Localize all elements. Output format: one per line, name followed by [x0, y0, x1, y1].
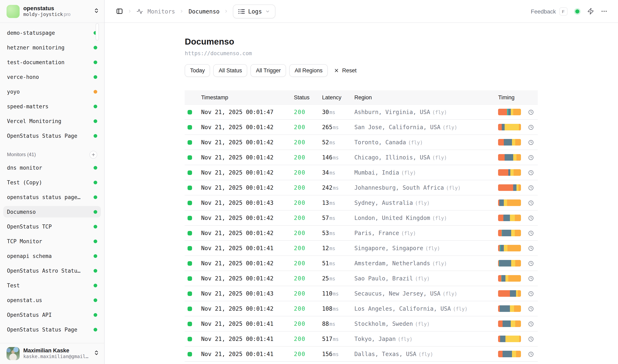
filter-regions-button[interactable]: All Regions — [289, 64, 328, 77]
sidebar-monitor-openstatus-astro-statu-[interactable]: OpenStatus Astro Statu… — [3, 265, 101, 276]
status-dot — [94, 210, 97, 214]
table-row[interactable]: Nov 21, 2025 00:01:4220052msToronto, Can… — [185, 135, 538, 150]
sidebar-page-speed-matters[interactable]: speed-matters — [3, 101, 101, 112]
reset-filters-button[interactable]: Reset — [334, 67, 357, 74]
sidebar-monitor-test[interactable]: Test — [3, 280, 101, 291]
region-name: Dallas, Texas, USA — [354, 351, 416, 357]
sidebar-page-yoyo[interactable]: yoyo — [3, 86, 101, 97]
logs-view-selector[interactable]: Logs — [233, 4, 275, 18]
sidebar-page-verce-hono[interactable]: verce-hono — [3, 71, 101, 83]
clock-icon[interactable] — [528, 140, 534, 145]
workspace-switcher[interactable]: openstatus moldy-joystickpro — [0, 0, 104, 23]
clock-icon[interactable] — [528, 291, 534, 296]
sidebar-monitor-documenso[interactable]: Documenso — [3, 206, 101, 218]
sidebar-monitor-openstatus-tcp[interactable]: OpenStatus TCP — [3, 221, 101, 232]
table-row[interactable]: Nov 21, 2025 00:01:4220057msLondon, Unit… — [185, 210, 538, 226]
sidebar-page-openstatus-status-page[interactable]: OpenStatus Status Page — [3, 130, 101, 142]
sidebar-page-hetzner-monitoring[interactable]: hetzner monitoring — [3, 42, 101, 53]
clock-icon[interactable] — [528, 246, 534, 251]
clock-icon[interactable] — [528, 230, 534, 236]
table-row[interactable]: Nov 21, 2025 00:01:42200146msChicago, Il… — [185, 150, 538, 165]
cell-status: 200 — [294, 245, 322, 251]
timing-bar — [498, 109, 521, 115]
table-row[interactable]: Nov 21, 2025 00:01:4220034msMumbai, Indi… — [185, 165, 538, 180]
latency-value: 51 — [322, 260, 329, 267]
clock-icon[interactable] — [528, 215, 534, 221]
clock-icon[interactable] — [528, 155, 534, 160]
sidebar-monitor-openstat-us[interactable]: openstat.us — [3, 294, 101, 306]
region-name: Secaucus, New Jersey, USA — [354, 290, 440, 297]
table-row[interactable]: Nov 21, 2025 00:01:42200265msSan Jose, C… — [185, 120, 538, 135]
sidebar-page-demo-statuspage[interactable]: demo-statuspage — [3, 27, 101, 39]
table-row[interactable]: Nov 21, 2025 00:01:4220051msAmsterdam, N… — [185, 256, 538, 271]
cell-region: Paris, France(fly) — [354, 230, 498, 236]
table-row[interactable]: Nov 21, 2025 00:01:4120012msSingapore, S… — [185, 241, 538, 256]
sidebar-monitor-tcp-monitor[interactable]: TCP Monitor — [3, 235, 101, 247]
clock-icon[interactable] — [528, 185, 534, 190]
sidebar-scrollbar-thumb[interactable] — [96, 23, 99, 40]
clock-icon[interactable] — [528, 336, 534, 341]
feedback-button[interactable]: Feedback F — [531, 7, 567, 15]
sidebar-monitor-openstatus-status-page-[interactable]: openstatus status page… — [3, 191, 101, 203]
clock-icon[interactable] — [528, 109, 534, 115]
more-options-icon[interactable] — [600, 8, 607, 15]
system-status-indicator[interactable] — [574, 8, 580, 14]
status-dot — [94, 254, 97, 258]
cell-region: London, United Kingdom(fly) — [354, 215, 498, 221]
table-row[interactable]: Nov 21, 2025 00:01:41200517msTokyo, Japa… — [185, 332, 538, 347]
content: Documenso https://documenso.com Today Al… — [105, 23, 618, 364]
cell-timestamp: Nov 21, 2025 00:01:42 — [201, 275, 294, 282]
sidebar-monitor-openstatus-status-page[interactable]: OpenStatus Status Page — [3, 324, 101, 335]
latency-unit: ms — [329, 231, 335, 236]
cell-latency: 156ms — [322, 351, 354, 357]
timing-bar — [498, 139, 521, 145]
cell-region: Singapore, Singapore(fly) — [354, 245, 498, 251]
table-row[interactable]: Nov 21, 2025 00:01:4720030msAshburn, Vir… — [185, 105, 538, 120]
timing-bar — [498, 275, 521, 282]
table-row[interactable]: Nov 21, 2025 00:01:4120088msStockholm, S… — [185, 316, 538, 332]
clock-icon[interactable] — [528, 321, 534, 326]
filter-status-button[interactable]: All Status — [214, 64, 247, 77]
cell-status: 200 — [294, 305, 322, 312]
reset-label: Reset — [342, 67, 357, 74]
latency-value: 110 — [322, 290, 333, 297]
filter-trigger-button[interactable]: All Trigger — [251, 64, 286, 77]
sidebar-monitor-dns-monitor[interactable]: dns monitor — [3, 162, 101, 173]
clock-icon[interactable] — [528, 200, 534, 205]
sidebar-page-test-documentation[interactable]: test-documentation — [3, 56, 101, 68]
status-square — [188, 352, 192, 356]
sidebar-monitor-test-copy-[interactable]: Test (Copy) — [3, 177, 101, 188]
breadcrumb-documenso[interactable]: Documenso — [189, 8, 220, 14]
user-meta: Maximilian Kaske kaske.maximilian@gmail… — [23, 348, 90, 360]
table-row[interactable]: Nov 21, 2025 00:01:4220053msParis, Franc… — [185, 226, 538, 241]
filter-period-button[interactable]: Today — [185, 64, 210, 77]
cell-region: Amsterdam, Netherlands(fly) — [354, 260, 498, 267]
table-row[interactable]: Nov 21, 2025 00:01:43200110msSecaucus, N… — [185, 286, 538, 301]
latency-unit: ms — [329, 170, 335, 176]
region-name: Singapore, Singapore — [354, 245, 423, 251]
sidebar-monitor-openapi-schema[interactable]: openapi schema — [3, 250, 101, 262]
clock-icon[interactable] — [528, 170, 534, 175]
clock-icon[interactable] — [528, 276, 534, 281]
clock-icon[interactable] — [528, 306, 534, 311]
table-row[interactable]: Nov 21, 2025 00:01:42200108msLos Angeles… — [185, 301, 538, 316]
sidebar-monitor-openstatus-api[interactable]: OpenStatus API — [3, 309, 101, 321]
clock-icon[interactable] — [528, 260, 534, 266]
table-row[interactable]: Nov 21, 2025 00:01:4320013msSydney, Aust… — [185, 195, 538, 210]
clock-icon[interactable] — [528, 124, 534, 130]
latency-value: 517 — [322, 336, 333, 342]
sidebar-page-vercel-monitoring[interactable]: Vercel Monitoring — [3, 115, 101, 127]
region-provider: (fly) — [446, 185, 461, 191]
status-square — [188, 200, 192, 205]
status-square — [188, 185, 192, 190]
item-label: speed-matters — [7, 103, 49, 109]
table-row[interactable]: Nov 21, 2025 00:01:42200242msJohannesbur… — [185, 180, 538, 195]
breadcrumb-monitors[interactable]: Monitors — [147, 8, 175, 14]
table-row[interactable]: Nov 21, 2025 00:01:4220025msSao Paulo, B… — [185, 271, 538, 286]
add-monitor-button[interactable] — [90, 151, 97, 158]
sidebar-toggle-icon[interactable] — [116, 8, 123, 15]
user-menu[interactable]: Maximilian Kaske kaske.maximilian@gmail… — [0, 343, 104, 364]
zap-icon[interactable] — [587, 8, 594, 15]
clock-icon[interactable] — [528, 351, 534, 357]
table-row[interactable]: Nov 21, 2025 00:01:41200156msDallas, Tex… — [185, 347, 538, 362]
